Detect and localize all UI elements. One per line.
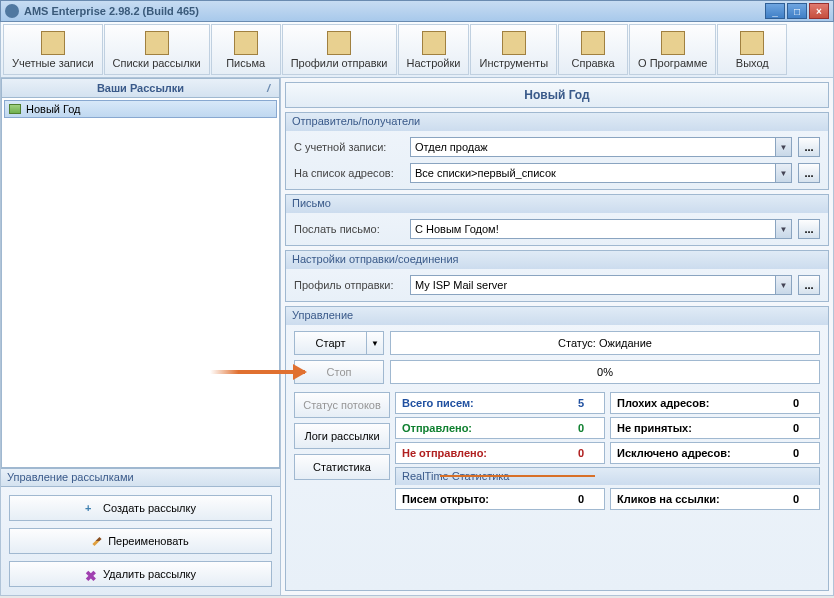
logs-button[interactable]: Логи рассылки <box>294 423 390 449</box>
stat-notsent: Не отправлено: 0 <box>395 442 605 464</box>
settings-icon <box>422 31 446 55</box>
create-label: Создать рассылку <box>103 502 196 514</box>
rejected-label: Не принятых: <box>617 422 793 434</box>
profile-combo[interactable]: My ISP Mail server ▼ <box>410 275 792 295</box>
total-value: 5 <box>578 397 598 409</box>
pencil-icon <box>93 536 102 545</box>
accounts-label: Учетные записи <box>12 57 94 69</box>
stop-button[interactable]: Стоп <box>294 360 384 384</box>
profiles-button[interactable]: Профили отправки <box>282 24 397 75</box>
letters-icon <box>234 31 258 55</box>
tree-item[interactable]: Новый Год <box>4 100 277 118</box>
lists-icon <box>145 31 169 55</box>
help-icon <box>581 31 605 55</box>
tools-button[interactable]: Инструменты <box>470 24 557 75</box>
tools-icon <box>502 31 526 55</box>
panel-collapse-icon[interactable]: / <box>267 82 277 94</box>
stat-opened: Писем открыто: 0 <box>395 488 605 510</box>
settings-button[interactable]: Настройки <box>398 24 470 75</box>
campaign-title: Новый Год <box>285 82 829 108</box>
opened-label: Писем открыто: <box>402 493 578 505</box>
progress-bar: 0% <box>390 360 820 384</box>
accounts-button[interactable]: Учетные записи <box>3 24 103 75</box>
tree-item-label: Новый Год <box>26 103 81 115</box>
sent-label: Отправлено: <box>402 422 578 434</box>
send-letter-combo[interactable]: С Новым Годом! ▼ <box>410 219 792 239</box>
total-label: Всего писем: <box>402 397 578 409</box>
help-label: Справка <box>571 57 614 69</box>
profiles-label: Профили отправки <box>291 57 388 69</box>
accounts-icon <box>41 31 65 55</box>
lists-label: Списки рассылки <box>113 57 201 69</box>
titlebar: AMS Enterprise 2.98.2 (Build 465) _ □ × <box>0 0 834 22</box>
profile-value: My ISP Mail server <box>415 279 507 291</box>
chevron-down-icon[interactable]: ▼ <box>775 164 791 182</box>
stat-bad: Плохих адресов: 0 <box>610 392 820 414</box>
to-list-browse-button[interactable]: ... <box>798 163 820 183</box>
statistics-button[interactable]: Статистика <box>294 454 390 480</box>
to-list-combo[interactable]: Все списки>первый_список ▼ <box>410 163 792 183</box>
plus-icon: + <box>85 502 97 514</box>
delete-label: Удалить рассылку <box>103 568 196 580</box>
notsent-label: Не отправлено: <box>402 447 578 459</box>
mailings-panel-header: Ваши Рассылки / <box>1 78 280 98</box>
from-account-value: Отдел продаж <box>415 141 488 153</box>
maximize-button[interactable]: □ <box>787 3 807 19</box>
lists-button[interactable]: Списки рассылки <box>104 24 210 75</box>
stat-total: Всего писем: 5 <box>395 392 605 414</box>
stat-clicks: Кликов на ссылки: 0 <box>610 488 820 510</box>
start-dropdown-button[interactable]: ▼ <box>366 331 384 355</box>
mailing-icon <box>9 104 21 114</box>
from-account-browse-button[interactable]: ... <box>798 137 820 157</box>
excluded-value: 0 <box>793 447 813 459</box>
to-list-value: Все списки>первый_список <box>415 167 556 179</box>
window-title: AMS Enterprise 2.98.2 (Build 465) <box>24 5 765 17</box>
start-button[interactable]: Старт <box>294 331 366 355</box>
rename-mailing-button[interactable]: Переименовать <box>9 528 272 554</box>
from-account-combo[interactable]: Отдел продаж ▼ <box>410 137 792 157</box>
help-button[interactable]: Справка <box>558 24 628 75</box>
profiles-icon <box>327 31 351 55</box>
control-group-header: Управление <box>286 307 828 325</box>
clicks-label: Кликов на ссылки: <box>617 493 793 505</box>
to-list-label: На список адресов: <box>294 167 404 179</box>
bad-label: Плохих адресов: <box>617 397 793 409</box>
tools-label: Инструменты <box>479 57 548 69</box>
mailings-tree[interactable]: Новый Год <box>1 98 280 468</box>
exit-button[interactable]: Выход <box>717 24 787 75</box>
send-letter-value: С Новым Годом! <box>415 223 499 235</box>
rename-label: Переименовать <box>108 535 189 547</box>
letters-button[interactable]: Письма <box>211 24 281 75</box>
create-mailing-button[interactable]: + Создать рассылку <box>9 495 272 521</box>
about-label: О Программе <box>638 57 707 69</box>
sender-group-header: Отправитель/получатели <box>286 113 828 131</box>
stat-rejected: Не принятых: 0 <box>610 417 820 439</box>
about-button[interactable]: О Программе <box>629 24 716 75</box>
send-letter-label: Послать письмо: <box>294 223 404 235</box>
thread-status-button[interactable]: Статус потоков <box>294 392 390 418</box>
bad-value: 0 <box>793 397 813 409</box>
profile-label: Профиль отправки: <box>294 279 404 291</box>
exit-label: Выход <box>736 57 769 69</box>
delete-mailing-button[interactable]: ✖ Удалить рассылку <box>9 561 272 587</box>
settings-label: Настройки <box>407 57 461 69</box>
notsent-value: 0 <box>578 447 598 459</box>
minimize-button[interactable]: _ <box>765 3 785 19</box>
from-account-label: С учетной записи: <box>294 141 404 153</box>
chevron-down-icon[interactable]: ▼ <box>775 138 791 156</box>
about-icon <box>661 31 685 55</box>
delete-icon: ✖ <box>85 568 97 580</box>
letters-label: Письма <box>226 57 265 69</box>
send-letter-browse-button[interactable]: ... <box>798 219 820 239</box>
stat-excluded: Исключено адресов: 0 <box>610 442 820 464</box>
profile-browse-button[interactable]: ... <box>798 275 820 295</box>
main-toolbar: Учетные записиСписки рассылкиПисьмаПрофи… <box>0 22 834 78</box>
clicks-value: 0 <box>793 493 813 505</box>
exit-icon <box>740 31 764 55</box>
manage-panel-header: Управление рассылками <box>1 469 280 487</box>
chevron-down-icon[interactable]: ▼ <box>775 220 791 238</box>
stat-sent: Отправлено: 0 <box>395 417 605 439</box>
status-display: Статус: Ожидание <box>390 331 820 355</box>
close-button[interactable]: × <box>809 3 829 19</box>
chevron-down-icon[interactable]: ▼ <box>775 276 791 294</box>
